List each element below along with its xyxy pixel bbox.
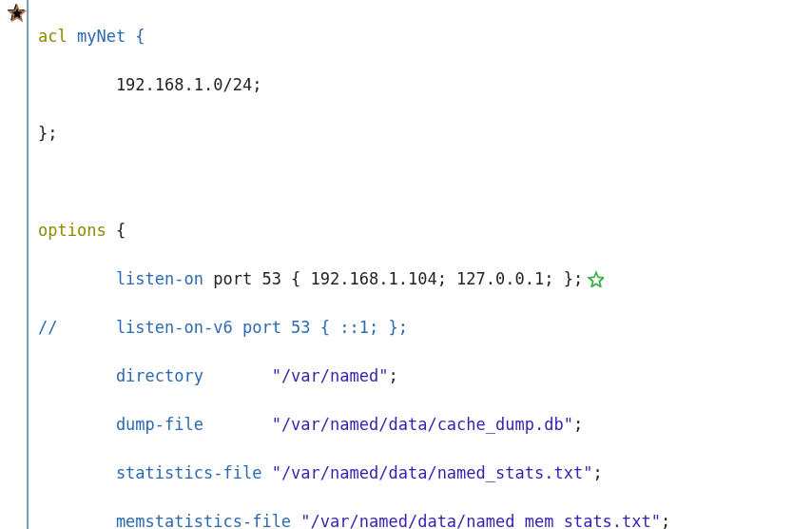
- code-line: 192.168.1.0/24;: [38, 73, 707, 98]
- string: "/var/named": [272, 366, 389, 385]
- keyword-acl: acl: [38, 27, 68, 46]
- directive: listen-on: [38, 269, 203, 288]
- comment: // listen-on-v6 port 53 { ::1; };: [38, 318, 408, 337]
- code-line: memstatistics-file "/var/named/data/name…: [38, 510, 707, 530]
- code-line: statistics-file "/var/named/data/named_s…: [38, 461, 707, 486]
- code-line: acl myNet {: [38, 25, 707, 49]
- code-line: dump-file "/var/named/data/cache_dump.db…: [38, 413, 707, 438]
- string: "/var/named/data/cache_dump.db": [272, 415, 573, 434]
- string: "/var/named/data/named_stats.txt": [272, 463, 593, 482]
- code-line: [38, 170, 707, 195]
- directive: directory: [38, 366, 272, 385]
- directive: dump-file: [38, 415, 272, 434]
- code-line: directory "/var/named";: [38, 364, 707, 389]
- identifier: myNet {: [68, 27, 145, 46]
- keyword-options: options: [38, 221, 106, 240]
- editor-gutter: [0, 0, 29, 529]
- code-line: listen-on port 53 { 192.168.1.104; 127.0…: [38, 267, 707, 292]
- star-icon-brown: [6, 2, 27, 23]
- brace: };: [38, 124, 57, 143]
- code-line: // listen-on-v6 port 53 { ::1; };: [38, 316, 707, 341]
- ip-text: 192.168.1.0/24;: [38, 75, 261, 94]
- string: "/var/named/data/named_mem_stats.txt": [300, 512, 661, 530]
- code-block: acl myNet { 192.168.1.0/24; }; options {…: [38, 0, 707, 529]
- code-line: options {: [38, 219, 707, 244]
- directive: memstatistics-file: [38, 512, 300, 530]
- value: port 53 { 192.168.1.104; 127.0.0.1; };: [203, 269, 583, 288]
- star-icon-green: [585, 268, 604, 287]
- code-line: };: [38, 122, 707, 147]
- directive: statistics-file: [38, 463, 272, 482]
